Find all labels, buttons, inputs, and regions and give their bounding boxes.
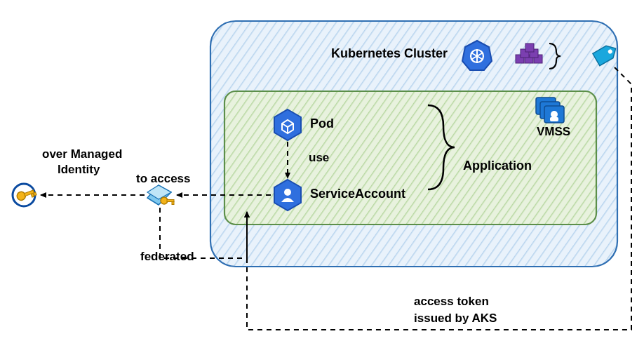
token-line2: issued by AKS [414,312,497,326]
svg-point-26 [284,189,291,196]
edge-access-token [247,67,631,330]
serviceaccount-label: ServiceAccount [310,187,405,201]
cube-cluster-icon [516,43,542,63]
use-label: use [309,151,329,165]
token-icon [147,185,174,205]
svg-rect-31 [172,202,174,205]
svg-rect-17 [525,43,534,52]
application-label: Application [463,159,532,173]
tag-icon [593,42,619,65]
svg-point-29 [161,197,168,204]
svg-rect-34 [24,190,34,196]
to-access-label: to access [136,172,191,186]
managed-identity-icon [13,184,36,206]
svg-marker-24 [274,109,301,140]
svg-rect-13 [525,55,533,63]
svg-rect-12 [516,55,524,63]
svg-line-11 [471,53,477,56]
vmss-label: VMSS [537,125,570,139]
kubernetes-icon [462,41,492,70]
svg-rect-30 [167,200,174,202]
svg-point-33 [16,191,27,201]
svg-rect-20 [540,102,560,119]
svg-marker-25 [274,180,301,210]
svg-rect-16 [530,49,538,58]
svg-point-18 [608,48,613,54]
pod-label: Pod [310,116,334,131]
token-line1: access token [414,295,489,309]
svg-line-10 [471,56,477,60]
svg-rect-35 [31,193,34,197]
svg-rect-19 [536,98,556,114]
federated-label: federated [140,250,194,264]
svg-rect-21 [544,106,564,123]
pod-icon [274,109,301,140]
svg-marker-4 [462,41,492,70]
svg-line-7 [477,53,483,56]
svg-point-5 [471,50,483,62]
application-boundary [224,91,596,225]
svg-marker-27 [147,185,171,205]
cluster-label: Kubernetes Cluster [331,46,448,61]
serviceaccount-icon [274,180,301,210]
over-mi-line2: Identity [58,163,100,177]
brace-small [549,43,561,69]
svg-rect-23 [550,117,558,121]
svg-point-32 [13,184,35,206]
vmss-icon [536,98,564,123]
svg-line-8 [477,56,483,60]
svg-rect-14 [534,55,542,63]
svg-marker-28 [147,185,171,199]
over-mi-line1: over Managed [42,147,122,161]
svg-rect-15 [521,49,529,58]
svg-rect-36 [34,192,36,196]
brace-application [428,105,455,189]
svg-point-22 [551,111,558,118]
